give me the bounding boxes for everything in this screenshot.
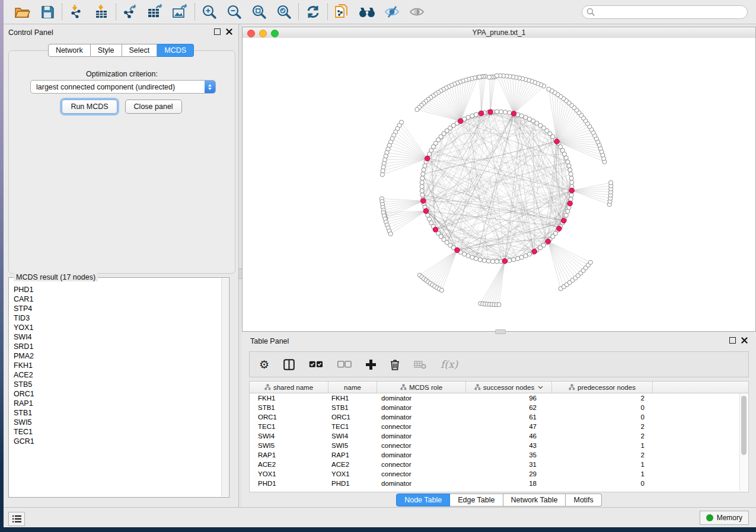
table-row[interactable]: STB1STB1dominator620 (250, 403, 748, 412)
table-scrollbar-thumb[interactable] (741, 396, 747, 455)
optimization-criterion-label: Optimization criterion: (9, 70, 235, 78)
mcds-result-item[interactable]: STB5 (14, 380, 221, 389)
tab-motifs[interactable]: Motifs (566, 493, 601, 507)
tab-select[interactable]: Select (122, 44, 158, 57)
export-network-button[interactable] (122, 4, 139, 20)
minimize-window-button[interactable] (259, 30, 267, 37)
tab-style[interactable]: Style (91, 44, 122, 57)
eye-slash-icon (384, 5, 400, 18)
node-table-body: FKH1FKH1dominator962STB1STB1dominator620… (250, 393, 748, 488)
float-table-panel-icon[interactable] (729, 337, 736, 344)
mcds-result-item[interactable]: STB1 (14, 408, 221, 418)
table-cell: SWI5 (250, 441, 328, 450)
mcds-result-item[interactable]: SRD1 (14, 342, 221, 351)
table-row[interactable]: ACE2ACE2connector311 (250, 460, 748, 469)
column-header-successor-nodes[interactable]: successor nodes (466, 382, 552, 393)
close-panel-button[interactable]: Close panel (125, 100, 182, 114)
memory-status-icon (706, 514, 713, 521)
clone-network-button[interactable] (334, 4, 350, 20)
mcds-result-item[interactable]: SWI4 (14, 332, 221, 342)
table-settings-icon[interactable]: ⚙ (259, 359, 269, 370)
tab-mcds[interactable]: MCDS (157, 44, 194, 57)
save-session-button[interactable] (39, 4, 56, 20)
zoom-out-button[interactable] (226, 4, 243, 20)
table-row[interactable]: SWI5SWI5connector431 (250, 441, 748, 450)
mcds-result-item[interactable]: TEC1 (14, 427, 221, 437)
show-all-button[interactable] (409, 4, 425, 20)
criterion-dropdown[interactable]: largest connected component (undirected) (30, 80, 216, 94)
table-row[interactable]: RAP1RAP1dominator352 (250, 450, 748, 460)
table-cell: 2 (552, 431, 653, 441)
mcds-result-item[interactable]: PHD1 (14, 285, 221, 294)
delete-row-icon[interactable] (390, 359, 400, 370)
mcds-result-item[interactable]: FKH1 (14, 361, 221, 370)
close-window-button[interactable] (247, 30, 255, 37)
column-header-mcds-role[interactable]: MCDS role (377, 382, 466, 393)
column-header-predecessor-nodes[interactable]: predecessor nodes (552, 382, 653, 393)
close-panel-icon[interactable] (226, 28, 232, 35)
table-row[interactable]: FKH1FKH1dominator962 (250, 393, 748, 403)
mcds-result-item[interactable]: STP4 (14, 304, 221, 313)
column-header-name[interactable]: name (328, 382, 377, 393)
mcds-result-item[interactable]: GCR1 (14, 437, 221, 446)
import-table-button[interactable] (93, 4, 110, 20)
mcds-result-item[interactable]: SWI5 (14, 418, 221, 427)
memory-button[interactable]: Memory (700, 511, 749, 525)
mcds-result-item[interactable]: TID3 (14, 313, 221, 323)
zoom-in-button[interactable] (201, 4, 218, 20)
deselect-all-icon[interactable] (337, 361, 352, 368)
show-panels-button[interactable] (8, 512, 25, 526)
zoom-window-button[interactable] (271, 30, 279, 37)
export-table-button[interactable] (147, 4, 164, 20)
table-cell: 2 (552, 450, 653, 460)
float-panel-icon[interactable] (214, 28, 221, 35)
column-header-shared-name[interactable]: shared name (250, 382, 328, 393)
tab-network-table[interactable]: Network Table (503, 493, 566, 507)
table-cell: ORC1 (250, 412, 328, 422)
table-cell: 2 (552, 393, 653, 403)
export-image-button[interactable] (172, 4, 189, 20)
refresh-button[interactable] (305, 4, 321, 20)
tab-node-table[interactable]: Node Table (396, 493, 450, 507)
network-titlebar[interactable]: YPA_prune.txt_1 (243, 27, 755, 39)
mcds-result-item[interactable]: ORC1 (14, 389, 221, 399)
mcds-result-item[interactable]: PMA2 (14, 351, 221, 361)
mcds-result-item[interactable]: CAR1 (14, 294, 221, 304)
table-row[interactable]: YOX1YOX1connector291 (250, 469, 748, 479)
table-row[interactable]: TEC1TEC1connector472 (250, 422, 748, 431)
main-toolbar (4, 0, 756, 24)
zoom-selected-icon (276, 4, 292, 20)
select-all-icon[interactable] (309, 361, 323, 368)
close-table-panel-icon[interactable] (741, 337, 748, 344)
mcds-result-item[interactable]: RAP1 (14, 399, 221, 408)
table-scrollbar[interactable] (739, 393, 748, 491)
first-neighbors-button[interactable] (359, 4, 375, 20)
tab-edge-table[interactable]: Edge Table (450, 493, 503, 507)
network-canvas[interactable] (243, 38, 755, 331)
hide-selected-button[interactable] (384, 4, 400, 20)
horizontal-splitter-handle[interactable] (495, 329, 506, 334)
add-row-icon[interactable] (366, 360, 376, 370)
table-cell: PHD1 (250, 479, 328, 488)
import-network-button[interactable] (68, 4, 85, 20)
open-session-button[interactable] (14, 4, 31, 20)
table-row[interactable]: SWI4SWI4dominator462 (250, 431, 748, 441)
table-cell: 47 (466, 422, 552, 431)
mcds-result-item[interactable]: ACE2 (14, 370, 221, 380)
tab-network[interactable]: Network (48, 44, 91, 57)
table-row[interactable]: ORC1ORC1dominator610 (250, 412, 748, 422)
show-columns-icon[interactable] (283, 359, 295, 370)
table-cell (653, 393, 748, 403)
table-cell: 0 (552, 479, 653, 488)
table-cell: 29 (466, 469, 552, 479)
table-row[interactable]: PHD1PHD1dominator180 (250, 479, 748, 488)
zoom-selected-button[interactable] (276, 4, 292, 20)
mcds-result-item[interactable]: YOX1 (14, 323, 221, 332)
search-input[interactable] (582, 5, 748, 19)
function-builder-icon: f(x) (441, 358, 458, 370)
mcds-result-scrollbar[interactable] (221, 278, 228, 496)
run-mcds-button[interactable]: Run MCDS (62, 100, 117, 114)
memory-label: Memory (717, 514, 742, 522)
table-cell: dominator (377, 450, 466, 460)
zoom-fit-button[interactable] (251, 4, 267, 20)
